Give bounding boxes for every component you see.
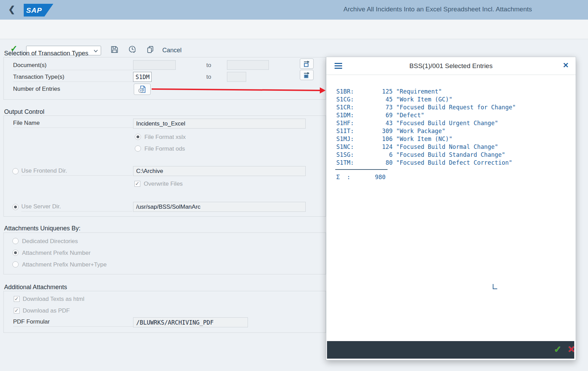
document-from-field: [133, 60, 176, 70]
radio-attachment-prefix-number-type: [12, 261, 19, 268]
selected-entries-dialog: BSS(1)/001 Selected Entries ✕ S1BR: 125 …: [326, 57, 576, 360]
dialog-entry: S1CR: 73 "Focused Build Request for Chan…: [336, 103, 516, 111]
document-label: Document(s): [13, 62, 46, 68]
arrow-filled-square-icon: [303, 72, 311, 79]
document-label-cell: Document(s): [13, 61, 133, 70]
dialog-cancel-x-icon[interactable]: ✕: [568, 344, 575, 355]
document-to-word: to: [206, 62, 211, 69]
dialog-title: BSS(1)/001 Selected Entries: [326, 57, 576, 75]
sap-logo: SAP: [24, 4, 53, 17]
radio-file-format-ods: [135, 145, 141, 152]
transaction-type-from-value: S1DM: [135, 74, 150, 80]
document-multi-select-button[interactable]: [300, 58, 314, 69]
chevron-down-icon[interactable]: [94, 50, 98, 53]
dialog-entry: S1TM: 80 "Focused Build Defect Correctio…: [336, 159, 516, 167]
dialog-entry: S1HF: 43 "Focused Build Urgent Change": [336, 119, 516, 127]
file-format-xslx-label: File Format xslx: [144, 134, 186, 141]
dialog-entry: S1MJ: 106 "Work Item (NC)": [336, 135, 516, 143]
list-cursor-mark: [493, 284, 497, 289]
use-frontend-dir-label: Use Frontend Dir.: [21, 167, 67, 174]
history-clock-icon[interactable]: [128, 45, 137, 54]
sum-row: Σ : 980: [336, 173, 385, 181]
sap-gui-window: ❮ SAP Archive All Incidents Into an Exce…: [0, 0, 588, 371]
frontend-dir-field: C:\Archive: [133, 166, 306, 176]
transaction-type-to-field: [227, 72, 246, 82]
dialog-entry-list: S1BR: 125 "Requirement"S1CG: 45 "Work It…: [336, 88, 516, 167]
sum-rule-line: [335, 169, 388, 170]
file-format-ods-label: File Format ods: [144, 145, 185, 152]
dialog-entry: S1IT: 309 "Work Package": [336, 127, 516, 135]
attachment-prefix-number-label: Attachment Prefix Number: [22, 250, 90, 257]
server-dir-label-cell: Use Server Dir.: [21, 202, 132, 211]
overwrite-files-label: Overwrite Files: [144, 181, 183, 187]
frontend-dir-value: C:\Archive: [136, 168, 163, 175]
arrow-empty-square-icon: [303, 60, 311, 67]
cancel-button[interactable]: Cancel: [162, 47, 182, 54]
download-texts-html-label: Download Texts as html: [23, 296, 84, 303]
sap-logo-text: SAP: [24, 6, 42, 14]
number-of-entries-label: Number of Entries: [13, 86, 60, 92]
server-dir-value: /usr/sap/BSS/SolManArc: [136, 204, 200, 210]
transaction-type-to-word: to: [206, 74, 211, 80]
dialog-entry: S1BR: 125 "Requirement": [336, 88, 516, 96]
pdf-formular-label: PDF Formular: [13, 318, 50, 325]
pdf-formular-field: /BLUWRKS/ARCHIVING_PDF: [133, 317, 248, 327]
checkbox-download-texts-html: [14, 296, 20, 302]
radio-use-server-dir: [12, 204, 19, 210]
radio-file-format-xslx: [135, 134, 141, 140]
copy-icon[interactable]: [146, 45, 155, 54]
radio-attachment-prefix-number: [12, 250, 19, 256]
dedicated-directories-label: Dedicated Directories: [22, 238, 78, 245]
save-icon[interactable]: [110, 45, 119, 54]
header-bar: ❮ SAP Archive All Incidents Into an Exce…: [0, 0, 588, 20]
section-title-transaction-types: Selection of Transaction Types: [4, 50, 88, 57]
section-title-attachments-uniquenes: Attachments Uniquenes By:: [4, 225, 80, 232]
svg-text:?: ?: [140, 89, 142, 92]
transaction-type-multi-select-button[interactable]: [300, 70, 314, 80]
document-to-field: [227, 60, 269, 70]
attachment-prefix-number-type-label: Attachment Prefix Number+Type: [22, 261, 107, 268]
server-dir-field: /usr/sap/BSS/SolManArc: [133, 202, 306, 212]
document-question-icon: ?: [138, 85, 147, 94]
radio-use-frontend-dir: [12, 168, 19, 174]
page-title: Archive All Incidents Into an Excel Spre…: [344, 6, 532, 13]
toolbar: ✓ Cancel: [0, 20, 588, 39]
radio-dedicated-directories: [12, 238, 19, 244]
file-name-value: Incidents_to_Excel: [136, 120, 185, 127]
use-server-dir-label: Use Server Dir.: [21, 203, 61, 210]
dialog-entry: S1CG: 45 "Work Item (GC)": [336, 96, 516, 103]
transaction-type-label-cell: Transaction Type(s): [13, 72, 133, 82]
file-name-field: Incidents_to_Excel: [133, 119, 306, 129]
close-icon[interactable]: ✕: [563, 61, 569, 69]
section-title-output-control: Output Control: [4, 108, 44, 116]
number-of-entries-button[interactable]: ?: [134, 84, 151, 95]
transaction-type-from-field[interactable]: S1DM: [133, 72, 152, 82]
pdf-formular-value: /BLUWRKS/ARCHIVING_PDF: [136, 319, 214, 326]
file-name-label-cell: File Name: [13, 118, 133, 128]
dialog-footer-bar: ✓ ✕: [327, 341, 574, 359]
transaction-type-label: Transaction Type(s): [13, 74, 64, 80]
dialog-entry: S1NC: 124 "Focused Build Normal Change": [336, 143, 516, 151]
pdf-formular-label-cell: PDF Formular: [13, 317, 133, 327]
dialog-entry: S1SG: 6 "Focused Build Standard Change": [336, 151, 516, 159]
checkbox-download-as-pdf: [14, 308, 20, 314]
back-icon[interactable]: ❮: [8, 4, 15, 14]
dialog-confirm-check-icon[interactable]: ✓: [554, 344, 562, 355]
frontend-dir-label-cell: Use Frontend Dir.: [21, 166, 132, 176]
file-name-label: File Name: [13, 120, 40, 126]
download-as-pdf-label: Download as PDF: [23, 307, 70, 314]
dialog-titlebar: BSS(1)/001 Selected Entries ✕: [326, 57, 576, 75]
checkbox-overwrite-files: [134, 181, 140, 187]
section-title-additional-attachments: Additional Attachments: [4, 284, 67, 291]
dialog-entry: S1DM: 69 "Defect": [336, 111, 516, 119]
